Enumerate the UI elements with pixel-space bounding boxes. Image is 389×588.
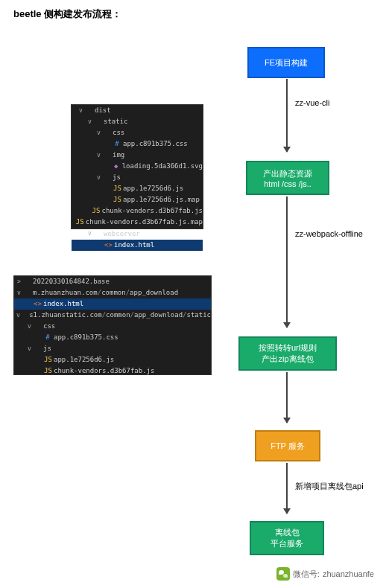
flow-arrow (286, 79, 288, 152)
footer-label: 微信号: (293, 569, 320, 580)
js-icon: JS (113, 184, 121, 194)
file-tree-build: >20220330164842.basevm.zhuanzhuan.com / … (13, 275, 212, 375)
tree-row: JSchunk-vendors.d3b67fab.js (14, 365, 211, 377)
js-icon: JS (44, 355, 51, 365)
chevron-icon: v (97, 173, 103, 182)
tree-row: vjs (14, 343, 211, 354)
chevron-icon: > (17, 278, 23, 287)
img-icon: ◆ (113, 162, 120, 171)
tree-row: >20220330164842.base (14, 276, 211, 287)
flow-arrow (286, 196, 288, 327)
tree-row: vwebserver (72, 229, 203, 240)
chevron-icon: v (97, 129, 103, 138)
tree-row: #app.c891b375.css (72, 138, 203, 150)
css-icon: # (44, 333, 51, 342)
page-title: beetle 侧构建发布流程： (13, 7, 121, 21)
flow-arrow-label: 新增项目离线包api (295, 481, 364, 492)
js-icon: JS (113, 195, 121, 205)
css-icon: # (113, 139, 121, 149)
tree-row: vjs (72, 172, 203, 183)
chevron-icon: v (16, 311, 21, 320)
footer-value: zhuanzhuanfe (323, 569, 374, 578)
tree-row: <>index.html (72, 240, 203, 251)
tree-row: JSapp.1e7256d6.js (14, 354, 211, 365)
tree-row: vm.zhuanzhuan.com / common / app_downloa… (14, 287, 211, 298)
tree-row: vcss (72, 127, 203, 138)
flow-node-n4: FTP 服务 (255, 430, 320, 461)
html-icon: <> (104, 240, 112, 250)
js-icon: JS (76, 217, 83, 227)
wechat-icon (276, 567, 290, 581)
flow-node-n2: 产出静态资源html /css /js.. (246, 161, 329, 195)
js-icon: JS (92, 206, 100, 216)
tree-row: ◆loading.5da366d1.svg (72, 161, 203, 172)
flow-node-n1: FE项目构建 (247, 47, 325, 78)
tree-row: JSchunk-vendors.d3b67fab.js (72, 205, 203, 217)
tree-row: vstatic (72, 116, 203, 127)
chevron-icon: v (97, 151, 103, 160)
chevron-icon: v (88, 229, 94, 238)
tree-row: vcss (14, 321, 211, 332)
tree-row: vdist (72, 105, 203, 116)
tree-row: <>index.html (14, 298, 211, 310)
chevron-icon: v (17, 289, 23, 298)
tree-row: vimg (72, 150, 203, 161)
flow-arrow-label: zz-webpack-offline (295, 229, 363, 238)
html-icon: <> (34, 299, 41, 309)
chevron-icon: v (28, 345, 34, 354)
tree-row: JSchunk-vendors.d3b67fab.js.map (72, 217, 203, 228)
flow-arrow (286, 372, 288, 423)
tree-row: JSapp.1e7256d6.js (72, 183, 203, 194)
chevron-icon: v (28, 322, 34, 331)
tree-row: #app.c891b375.css (14, 332, 211, 343)
file-tree-dist: vdistvstaticvcss#app.c891b375.cssvimg◆lo… (71, 104, 203, 229)
flow-node-n3: 按照转转url规则产出zip离线包 (238, 336, 337, 371)
flow-node-n5: 离线包平台服务 (250, 521, 324, 555)
js-icon: JS (44, 366, 51, 376)
tree-row: vs1.zhuanstatic.com / common / app_downl… (14, 310, 211, 321)
tree-row: JSapp.1e7256d6.js.map (72, 194, 203, 205)
flow-arrow-label: zz-vue-cli (295, 98, 329, 107)
flow-arrow (286, 463, 288, 514)
chevron-icon: v (79, 106, 85, 115)
chevron-icon: v (88, 118, 94, 127)
footer-credit: 微信号: zhuanzhuanfe (276, 567, 374, 581)
